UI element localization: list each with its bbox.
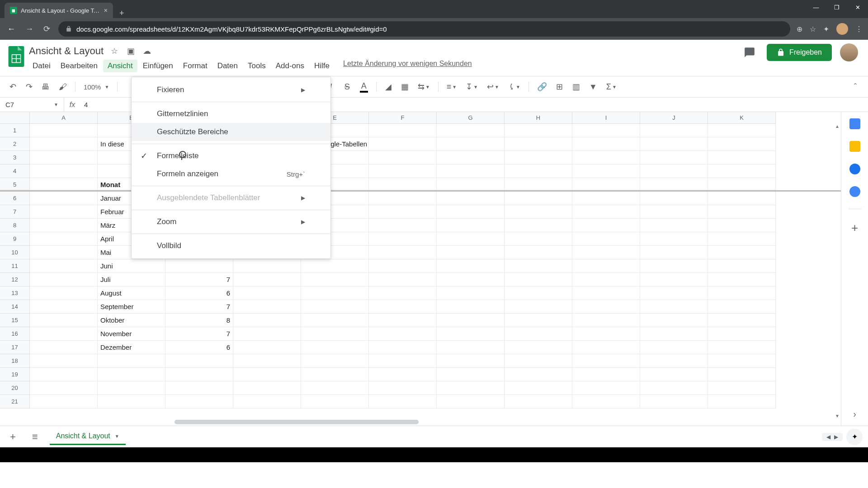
cell-H5[interactable] xyxy=(505,178,572,190)
cell-F15[interactable] xyxy=(369,314,437,327)
menu-item-fixieren[interactable]: Fixieren▶ xyxy=(132,81,330,99)
menu-datei[interactable]: Datei xyxy=(28,60,55,72)
cell-C14[interactable]: 7 xyxy=(165,300,233,314)
cell-F1[interactable] xyxy=(369,124,437,137)
cell-G5[interactable] xyxy=(437,178,505,190)
cell-F18[interactable] xyxy=(369,354,437,368)
cell-G14[interactable] xyxy=(437,300,505,314)
cell-E12[interactable] xyxy=(301,273,369,286)
cell-F12[interactable] xyxy=(369,273,437,286)
cell-I20[interactable] xyxy=(572,381,640,395)
cell-H20[interactable] xyxy=(505,381,572,395)
account-avatar[interactable] xyxy=(840,43,858,61)
print-icon[interactable]: 🖶 xyxy=(39,80,52,94)
cell-F11[interactable] xyxy=(369,259,437,273)
zoom-reset-icon[interactable]: ⊕ xyxy=(797,25,802,33)
cell-E16[interactable] xyxy=(301,327,369,341)
minimize-icon[interactable]: — xyxy=(806,0,826,14)
cell-C18[interactable] xyxy=(165,354,233,368)
functions-icon[interactable]: Σ▼ xyxy=(604,80,619,94)
redo-icon[interactable]: ↷ xyxy=(23,79,35,94)
menu-item-vollbild[interactable]: Vollbild xyxy=(132,237,330,255)
menu-ansicht[interactable]: Ansicht xyxy=(103,60,137,72)
cell-A16[interactable] xyxy=(30,327,98,341)
star-icon[interactable]: ☆ xyxy=(810,25,816,33)
cell-A9[interactable] xyxy=(30,232,98,246)
cell-G6[interactable] xyxy=(437,192,505,205)
cell-I11[interactable] xyxy=(572,259,640,273)
cell-G13[interactable] xyxy=(437,286,505,300)
row-header-14[interactable]: 14 xyxy=(0,300,30,314)
cell-J3[interactable] xyxy=(640,151,708,164)
menu-format[interactable]: Format xyxy=(179,60,212,72)
row-header-15[interactable]: 15 xyxy=(0,314,30,327)
cell-D21[interactable] xyxy=(233,395,301,408)
cell-E20[interactable] xyxy=(301,381,369,395)
cell-C13[interactable]: 6 xyxy=(165,286,233,300)
cloud-status-icon[interactable]: ☁ xyxy=(142,46,152,56)
cell-B17[interactable]: Dezember xyxy=(98,341,165,354)
cell-C19[interactable] xyxy=(165,368,233,381)
cell-J16[interactable] xyxy=(640,327,708,341)
cell-J17[interactable] xyxy=(640,341,708,354)
vertical-scrollbar[interactable]: ▲▼ xyxy=(834,124,841,418)
cell-K9[interactable] xyxy=(708,232,776,246)
cell-G10[interactable] xyxy=(437,246,505,259)
cell-A6[interactable] xyxy=(30,192,98,205)
undo-icon[interactable]: ↶ xyxy=(6,79,19,94)
row-header-3[interactable]: 3 xyxy=(0,151,30,164)
cell-K16[interactable] xyxy=(708,327,776,341)
zoom-select[interactable]: 100%▼ xyxy=(81,81,112,93)
cell-G17[interactable] xyxy=(437,341,505,354)
row-header-17[interactable]: 17 xyxy=(0,341,30,354)
strikethrough-icon[interactable]: S xyxy=(341,80,354,94)
cell-A10[interactable] xyxy=(30,246,98,259)
cell-F17[interactable] xyxy=(369,341,437,354)
cell-H8[interactable] xyxy=(505,219,572,232)
cell-I13[interactable] xyxy=(572,286,640,300)
paint-format-icon[interactable]: 🖌 xyxy=(56,80,70,94)
cell-B15[interactable]: Oktober xyxy=(98,314,165,327)
cell-K20[interactable] xyxy=(708,381,776,395)
cell-J21[interactable] xyxy=(640,395,708,408)
cell-D20[interactable] xyxy=(233,381,301,395)
cell-K10[interactable] xyxy=(708,246,776,259)
cell-J19[interactable] xyxy=(640,368,708,381)
move-icon[interactable]: ▣ xyxy=(125,46,136,56)
cell-A14[interactable] xyxy=(30,300,98,314)
cell-I15[interactable] xyxy=(572,314,640,327)
cell-H13[interactable] xyxy=(505,286,572,300)
cell-B19[interactable] xyxy=(98,368,165,381)
cell-K3[interactable] xyxy=(708,151,776,164)
cell-B11[interactable]: Juni xyxy=(98,259,165,273)
cell-C12[interactable]: 7 xyxy=(165,273,233,286)
cell-I18[interactable] xyxy=(572,354,640,368)
row-header-9[interactable]: 9 xyxy=(0,232,30,246)
cell-B18[interactable] xyxy=(98,354,165,368)
col-header-I[interactable]: I xyxy=(572,112,640,124)
keep-icon[interactable] xyxy=(849,141,860,152)
cell-J7[interactable] xyxy=(640,205,708,219)
cell-E14[interactable] xyxy=(301,300,369,314)
cell-D13[interactable] xyxy=(233,286,301,300)
menu-item-formeln-anzeigen[interactable]: Formeln anzeigenStrg+` xyxy=(132,165,330,183)
cell-I4[interactable] xyxy=(572,164,640,178)
cell-K8[interactable] xyxy=(708,219,776,232)
menu-item-geschützte-bereiche[interactable]: Geschützte Bereiche xyxy=(132,123,330,141)
cell-K14[interactable] xyxy=(708,300,776,314)
cell-J14[interactable] xyxy=(640,300,708,314)
cell-F16[interactable] xyxy=(369,327,437,341)
cell-C11[interactable] xyxy=(165,259,233,273)
cell-A17[interactable] xyxy=(30,341,98,354)
chrome-menu-icon[interactable]: ⋮ xyxy=(855,25,863,33)
cell-F3[interactable] xyxy=(369,151,437,164)
cell-J10[interactable] xyxy=(640,246,708,259)
cell-J13[interactable] xyxy=(640,286,708,300)
tab-close-icon[interactable]: × xyxy=(104,7,108,14)
doc-title[interactable]: Ansicht & Layout xyxy=(29,45,104,57)
back-icon[interactable]: ← xyxy=(5,23,17,36)
cell-H16[interactable] xyxy=(505,327,572,341)
cell-J9[interactable] xyxy=(640,232,708,246)
cell-I21[interactable] xyxy=(572,395,640,408)
explore-icon[interactable]: ✦ xyxy=(846,429,863,445)
